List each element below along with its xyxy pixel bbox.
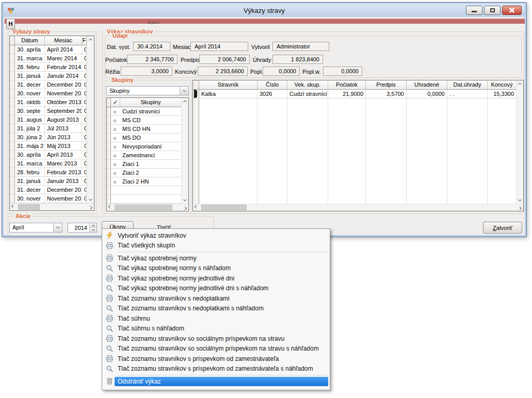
menu-item[interactable]: Tlač výkaz spotrebnej normy s náhľadom [102,263,330,274]
scroll-up-button[interactable] [517,80,523,87]
menu-item[interactable]: Tlač súhrnu [102,313,330,324]
report-row[interactable]: 31. decer December 2012 0 [10,186,87,194]
koncovy-field[interactable]: 2 293,6600 [198,67,248,76]
row-selector[interactable] [10,45,15,54]
restore-button[interactable] [484,6,501,15]
skupina-row[interactable]: Nevysporiadaní [107,142,181,151]
row-selector[interactable] [107,134,111,142]
menu-item[interactable]: Tlač všetkých skupín [102,241,330,251]
row-selector[interactable] [10,168,15,176]
scroll-down-button[interactable] [87,196,94,203]
row-selector[interactable] [10,142,15,150]
row-selector[interactable] [10,115,15,124]
menu-item[interactable]: Tlač výkaz spotrebnej normy jednotlivé d… [102,284,330,294]
report-row[interactable]: 31. marca Marec 2014 0 [10,54,87,63]
skupina-row[interactable]: Cudzí stravníci [107,107,181,116]
scrollbar-thumb[interactable] [115,205,172,210]
predpis-field[interactable]: 2 006,7400 [199,55,250,64]
menu-item[interactable]: Tlač výkaz spotrebnej normy [102,253,330,263]
zatvorit-button[interactable]: Zatvoriť [483,222,522,234]
skupina-row[interactable]: MS CD HN [107,125,181,134]
skupina-row[interactable]: Ziaci 1 [107,160,181,169]
row-selector[interactable] [10,159,15,168]
col-header-mesiac[interactable]: Mesiac [45,36,82,45]
report-row[interactable]: 31. augus August 2013 0 [10,115,87,124]
row-selector[interactable] [107,116,111,124]
menu-item[interactable]: Odstrániť výkaz [102,376,330,387]
row-selector[interactable] [10,72,15,80]
rezia-field[interactable]: 3,0000 [121,67,172,76]
skupiny-dropdown[interactable]: Skupiny [106,86,189,95]
scrollbar-thumb[interactable] [201,205,247,210]
col-header-uhradene[interactable]: Uhradené [407,80,447,89]
scroll-down-button[interactable] [182,197,188,204]
row-selector[interactable] [107,151,111,159]
report-row[interactable]: 31. júla 2 Júl 2013 0 [10,124,87,133]
report-row[interactable]: 30. nover November 2013 0 [10,89,87,98]
year-spinner[interactable]: 2014 [68,223,97,233]
h-tab[interactable]: H [6,19,15,29]
scroll-up-button[interactable] [87,36,94,43]
month-dropdown[interactable]: Apríl [9,223,62,233]
row-selector[interactable] [107,169,111,177]
month-dropdown-button[interactable] [53,223,62,232]
col-header-predpis[interactable]: Predpis [366,80,407,89]
menu-item[interactable]: Tlač súhrnu s náhľadom [102,324,330,334]
row-selector[interactable] [193,90,199,98]
report-row[interactable]: 31. januá Január 2014 0 [10,72,87,80]
col-header-vek-skup[interactable]: Vek. skup. [287,80,328,89]
col-header-dat-uhrady[interactable]: Dat.úhrady [447,80,488,89]
year-down-button[interactable] [90,228,96,232]
skupina-row[interactable]: Ziaci 2 [107,169,181,177]
row-selector[interactable] [10,63,15,71]
dat-vyst-field[interactable]: 30.4.2014 [133,42,170,51]
mesiac-field[interactable]: Apríl 2014 [190,42,248,51]
row-selector[interactable] [10,107,15,115]
scrollbar-thumb[interactable] [18,204,40,210]
row-selector[interactable] [10,54,15,62]
scroll-left-button[interactable] [10,204,17,210]
row-selector[interactable] [10,124,15,132]
scroll-right-button[interactable] [87,204,94,210]
row-selector[interactable] [107,160,111,168]
report-row[interactable]: 30. apríla Apríl 2014 0 [10,45,87,54]
row-selector[interactable] [107,142,111,151]
row-selector[interactable] [107,177,111,186]
skupina-row[interactable]: Zamestnanci [107,151,181,160]
scroll-down-button[interactable] [517,197,523,204]
report-row[interactable]: 30. apríla Apríl 2013 0 [10,151,87,159]
report-row[interactable]: 30. nover November 2012 0 [10,194,87,203]
report-row[interactable]: 30. septe September 2013 0 [10,107,87,115]
pociatok-field[interactable]: 2 345,7700 [127,55,178,64]
close-button[interactable] [502,6,522,15]
report-row[interactable]: 31. januá Január 2013 0 [10,177,87,186]
col-header-cislo[interactable]: Číslo [257,80,287,89]
vytvoril-field[interactable]: Administrator [272,42,329,51]
report-row[interactable]: 28. febru Február 2013 0 [10,168,87,177]
row-selector[interactable] [10,177,15,185]
titlebar[interactable]: Výkazy stravy [4,4,525,17]
skupiny-dropdown-button[interactable] [180,87,188,95]
menu-item[interactable]: Tlač zoznamu stravníkov s príspevkom od … [102,354,330,364]
skupina-row[interactable]: Ziaci 2 HN [107,177,181,186]
row-selector[interactable] [10,194,15,203]
scroll-right-button[interactable] [517,204,523,211]
report-row[interactable]: 31. mája 2 Máj 2013 0 [10,142,87,151]
col-header-koncovy[interactable]: Koncový [488,80,516,89]
menu-item[interactable]: Tlač výkaz spotrebnej normy jednotlivé d… [102,273,330,284]
scroll-left-button[interactable] [107,204,114,211]
minimize-button[interactable] [466,6,482,15]
menu-item[interactable]: Tlač zoznamu stravníkov so sociálnym prí… [102,344,330,354]
row-selector[interactable] [10,80,15,89]
menu-item[interactable]: Tlač zoznamu stravníkov so sociálnym prí… [102,334,330,344]
report-row[interactable]: 28. febru Február 2014 0 [10,63,87,72]
menu-item[interactable]: Vytvoriť výkaz stravníkov [102,230,330,241]
row-selector[interactable] [10,186,15,194]
poplw-field[interactable]: 0,0000 [323,67,362,76]
row-selector[interactable] [107,107,111,115]
menu-item[interactable]: Tlač zoznamu stravníkov s nedoplatkami s… [102,304,330,314]
row-selector[interactable] [10,151,15,159]
report-row[interactable]: 30. júna 2 Jún 2013 0 [10,133,87,142]
col-header-skupiny[interactable]: Skupiny [120,98,181,107]
scroll-left-button[interactable] [193,204,200,211]
